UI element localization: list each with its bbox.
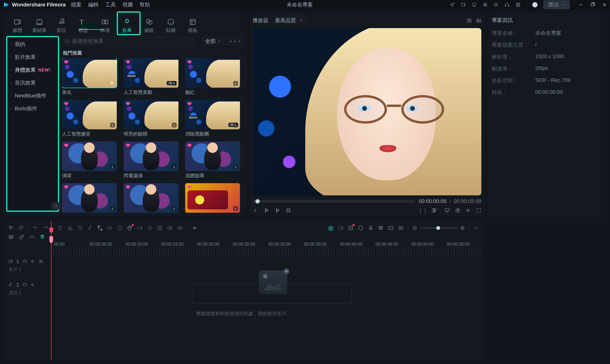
- favorite-icon[interactable]: [64, 101, 69, 106]
- mute-icon[interactable]: [30, 259, 35, 264]
- compare-icon[interactable]: [467, 18, 472, 23]
- effect-card[interactable]: [62, 183, 117, 214]
- favorite-icon[interactable]: [126, 185, 130, 189]
- tab-stickers[interactable]: 貼圖: [162, 17, 180, 34]
- tracks-view-icon[interactable]: [474, 225, 480, 231]
- play-pause-icon[interactable]: [263, 208, 269, 213]
- add-icon[interactable]: [109, 80, 115, 86]
- sidebar-item-video[interactable]: 影片效果: [6, 51, 59, 64]
- export-button[interactable]: 匯出: [543, 0, 570, 9]
- record-icon[interactable]: [482, 2, 488, 7]
- tracks-area[interactable]: 1 影片 1 1 音訊 1 + 將媒體素材和效果拖到此處，開始創作影片。: [6, 256, 481, 295]
- effect-card[interactable]: 人工智慧微笑: [62, 100, 117, 137]
- undo-icon[interactable]: [33, 225, 38, 231]
- maximize-icon[interactable]: [590, 2, 595, 7]
- add-track-icon[interactable]: [22, 282, 27, 287]
- effect-card[interactable]: [124, 183, 179, 214]
- zoom-knob[interactable]: [436, 226, 440, 230]
- favorite-icon[interactable]: [126, 101, 130, 106]
- favorite-icon[interactable]: [126, 143, 130, 148]
- send-icon[interactable]: [450, 2, 455, 7]
- playhead[interactable]: [51, 221, 52, 360]
- redo-icon[interactable]: [43, 225, 48, 231]
- tab-title[interactable]: T標題: [74, 17, 92, 34]
- layout-icon[interactable]: [431, 208, 439, 213]
- favorite-icon[interactable]: [126, 60, 130, 64]
- sidebar-item-my[interactable]: 我的: [6, 38, 59, 51]
- effect-card[interactable]: 明亮的眼睛: [124, 100, 179, 137]
- effect-card[interactable]: 臉紅: [185, 58, 240, 95]
- drop-zone[interactable]: [192, 283, 352, 304]
- favorite-icon[interactable]: [187, 185, 192, 189]
- menu-tools[interactable]: 工具: [105, 1, 116, 8]
- download-icon[interactable]: [172, 206, 177, 211]
- effect-card[interactable]: 流體故障: [185, 142, 240, 179]
- effect-thumbnail[interactable]: [124, 142, 179, 171]
- effect-thumbnail[interactable]: [62, 183, 117, 213]
- apps-icon[interactable]: [515, 2, 521, 7]
- scrubber[interactable]: [253, 200, 415, 203]
- tab-templates[interactable]: 模板: [184, 17, 202, 34]
- effect-card[interactable]: 美化: [62, 58, 117, 95]
- effect-thumbnail[interactable]: [124, 100, 179, 129]
- collapse-sidebar[interactable]: [52, 202, 61, 209]
- download-icon[interactable]: [110, 206, 115, 211]
- mic-icon[interactable]: [368, 225, 374, 231]
- monitor-icon[interactable]: [472, 2, 477, 7]
- effect-card[interactable]: 閃電漩渦: [124, 142, 179, 179]
- track-video[interactable]: 1: [6, 256, 481, 267]
- fullscreen-icon[interactable]: [476, 208, 481, 213]
- menu-edit[interactable]: 編輯: [88, 1, 99, 8]
- effect-card[interactable]: BeforeAfter人工智慧美顏: [124, 58, 179, 95]
- ungroup-icon[interactable]: [177, 225, 183, 231]
- delete-icon[interactable]: [57, 225, 63, 231]
- scale-icon[interactable]: [107, 225, 113, 231]
- play-icon[interactable]: [274, 208, 280, 213]
- mixer-icon[interactable]: [378, 225, 384, 231]
- sidebar-item-body[interactable]: 身體效果 NEW!: [6, 64, 59, 77]
- effect-thumbnail[interactable]: [62, 100, 117, 129]
- zoom-out-icon[interactable]: [413, 226, 417, 230]
- snapshot-icon[interactable]: [455, 208, 460, 213]
- music-icon[interactable]: [87, 225, 93, 231]
- cut-icon[interactable]: [67, 225, 73, 231]
- effect-thumbnail[interactable]: [185, 142, 240, 171]
- effect-thumbnail[interactable]: [185, 183, 240, 213]
- download-icon[interactable]: [110, 123, 115, 128]
- effect-thumbnail[interactable]: [62, 58, 117, 88]
- tab-filters[interactable]: 濾鏡: [140, 17, 158, 34]
- tab-media[interactable]: 媒體: [9, 17, 26, 34]
- media-icon[interactable]: [461, 2, 466, 7]
- search-input[interactable]: 搜尋所有效果: [62, 36, 195, 46]
- marker-icon[interactable]: [398, 225, 404, 231]
- eye-icon[interactable]: [39, 259, 43, 264]
- mask-icon[interactable]: [157, 225, 163, 231]
- download-icon[interactable]: [172, 123, 177, 128]
- sidebar-item-audio[interactable]: 音訊效果: [6, 77, 59, 89]
- effect-thumbnail[interactable]: [62, 142, 117, 171]
- link-icon[interactable]: [19, 234, 24, 240]
- tool-a-icon[interactable]: [338, 225, 344, 231]
- effect-card[interactable]: BeforeAfter消除黑眼圈: [185, 100, 240, 137]
- download-icon[interactable]: [172, 164, 177, 169]
- cloud-icon[interactable]: [493, 2, 499, 7]
- zoom-slider[interactable]: [420, 227, 458, 229]
- snap-icon[interactable]: [8, 234, 14, 240]
- palette-icon[interactable]: [127, 225, 133, 231]
- filter-button[interactable]: 全部: [202, 36, 224, 46]
- speed-icon[interactable]: [117, 225, 123, 231]
- shield-icon[interactable]: [358, 225, 363, 231]
- preview-viewport[interactable]: [253, 28, 481, 195]
- mute-icon[interactable]: [30, 282, 35, 287]
- group-icon[interactable]: [167, 225, 173, 231]
- scrubber-handle[interactable]: [255, 199, 260, 203]
- marker-track-icon[interactable]: [29, 234, 35, 240]
- crop-icon[interactable]: [77, 225, 83, 231]
- display-icon[interactable]: [445, 208, 450, 213]
- zoom-in-icon[interactable]: [460, 226, 465, 230]
- favorite-icon[interactable]: [64, 185, 69, 189]
- download-icon[interactable]: [233, 164, 238, 169]
- menu-file[interactable]: 檔案: [71, 1, 81, 8]
- menu-view[interactable]: 視圖: [122, 1, 133, 8]
- download-icon[interactable]: [233, 123, 238, 128]
